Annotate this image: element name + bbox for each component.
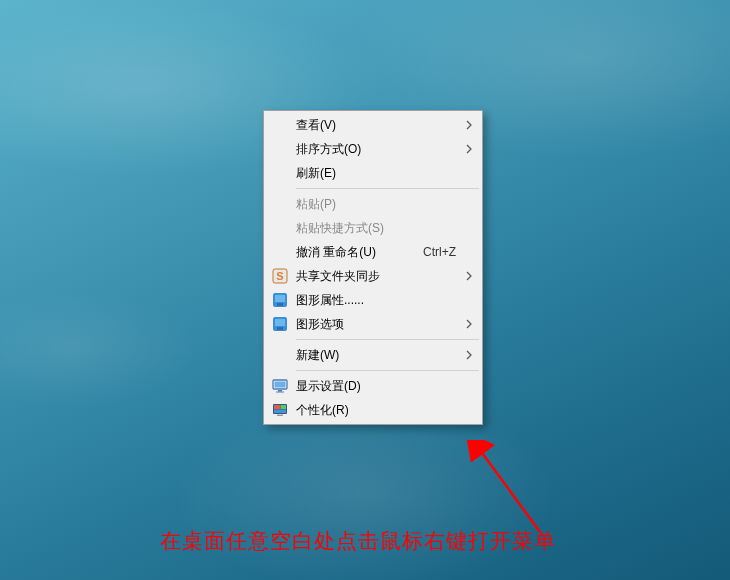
annotation-text: 在桌面任意空白处点击鼠标右键打开菜单 <box>160 527 556 555</box>
menu-separator <box>296 188 479 189</box>
empty-icon <box>268 115 292 135</box>
svg-rect-3 <box>275 295 285 302</box>
svg-rect-14 <box>281 405 287 409</box>
menu-item-share-sync[interactable]: S 共享文件夹同步 <box>266 264 480 288</box>
svg-rect-4 <box>277 303 283 306</box>
svg-rect-7 <box>277 327 283 330</box>
menu-label: 共享文件夹同步 <box>292 268 478 285</box>
menu-label: 个性化(R) <box>292 402 478 419</box>
menu-label: 撤消 重命名(U) <box>292 244 423 261</box>
svg-rect-15 <box>274 410 286 414</box>
menu-item-display-settings[interactable]: 显示设置(D) <box>266 374 480 398</box>
desktop-context-menu: 查看(V) 排序方式(O) 刷新(E) 粘贴(P) 粘贴快捷方式(S) 撤消 重… <box>263 110 483 425</box>
menu-item-gfx-options[interactable]: 图形选项 <box>266 312 480 336</box>
menu-label: 刷新(E) <box>292 165 478 182</box>
menu-label: 排序方式(O) <box>292 141 478 158</box>
svg-rect-6 <box>275 319 285 326</box>
empty-icon <box>268 242 292 262</box>
menu-shortcut: Ctrl+Z <box>423 245 478 259</box>
menu-label: 粘贴(P) <box>292 196 478 213</box>
menu-label: 查看(V) <box>292 117 478 134</box>
chevron-right-icon <box>466 120 472 130</box>
menu-label: 粘贴快捷方式(S) <box>292 220 478 237</box>
menu-label: 图形属性...... <box>292 292 478 309</box>
menu-item-view[interactable]: 查看(V) <box>266 113 480 137</box>
empty-icon <box>268 163 292 183</box>
menu-item-new[interactable]: 新建(W) <box>266 343 480 367</box>
empty-icon <box>268 194 292 214</box>
menu-label: 图形选项 <box>292 316 478 333</box>
chevron-right-icon <box>466 319 472 329</box>
menu-item-paste-shortcut: 粘贴快捷方式(S) <box>266 216 480 240</box>
menu-item-refresh[interactable]: 刷新(E) <box>266 161 480 185</box>
s-orange-icon: S <box>268 266 292 286</box>
menu-item-personalize[interactable]: 个性化(R) <box>266 398 480 422</box>
chevron-right-icon <box>466 350 472 360</box>
svg-rect-10 <box>278 390 282 392</box>
menu-item-sort[interactable]: 排序方式(O) <box>266 137 480 161</box>
menu-item-undo-rename[interactable]: 撤消 重命名(U) Ctrl+Z <box>266 240 480 264</box>
empty-icon <box>268 218 292 238</box>
svg-rect-9 <box>275 382 286 388</box>
empty-icon <box>268 345 292 365</box>
monitor-icon <box>268 376 292 396</box>
svg-rect-16 <box>277 415 283 417</box>
menu-item-gfx-props[interactable]: 图形属性...... <box>266 288 480 312</box>
menu-separator <box>296 370 479 371</box>
chevron-right-icon <box>466 271 472 281</box>
empty-icon <box>268 139 292 159</box>
menu-separator <box>296 339 479 340</box>
gfx-icon <box>268 314 292 334</box>
menu-item-paste: 粘贴(P) <box>266 192 480 216</box>
gfx-icon <box>268 290 292 310</box>
svg-rect-13 <box>274 405 280 409</box>
chevron-right-icon <box>466 144 472 154</box>
svg-text:S: S <box>276 270 283 282</box>
personalize-icon <box>268 400 292 420</box>
svg-rect-11 <box>276 392 284 393</box>
menu-label: 新建(W) <box>292 347 478 364</box>
menu-label: 显示设置(D) <box>292 378 478 395</box>
